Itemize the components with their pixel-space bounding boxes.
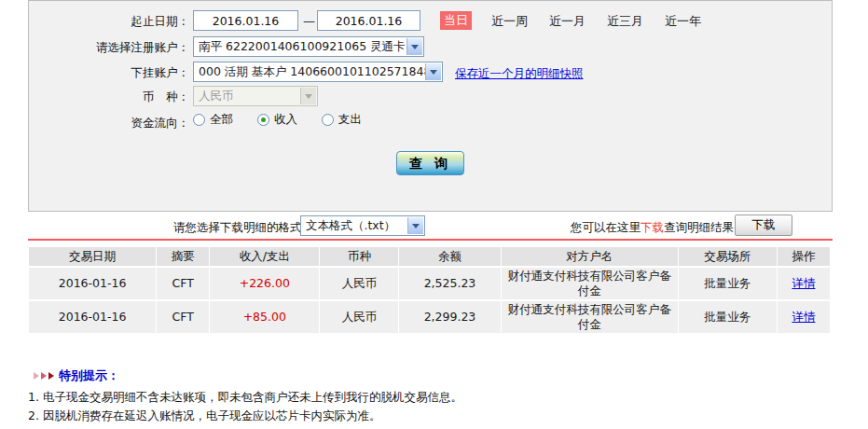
cell-summary: CFT: [157, 268, 209, 299]
cell-summary: CFT: [157, 301, 209, 333]
sub-account-value: 000 活期 基本户 1406600101102571848: [199, 64, 431, 78]
download-hint-word[interactable]: 下载: [641, 220, 664, 234]
quick-range-month[interactable]: 近一月: [549, 13, 586, 30]
radio-icon[interactable]: [193, 114, 205, 126]
notes-title: 特别提示：: [59, 367, 119, 384]
cell-venue: 批量业务: [679, 268, 777, 299]
radio-expense[interactable]: 支出: [322, 112, 362, 128]
query-button[interactable]: 查 询: [396, 151, 464, 175]
end-date-input[interactable]: [317, 10, 420, 31]
download-hint: 您可以在这里下载查询明细结果: [571, 220, 734, 236]
col-header-action: 操作: [778, 247, 830, 266]
red-separator-line: [28, 239, 833, 241]
register-account-select[interactable]: 南平 6222001406100921065 灵通卡: [193, 36, 424, 57]
download-hint-prefix: 您可以在这里: [571, 220, 641, 234]
transaction-detail-page: 起止日期： — 当日 近一周 近一月 近三月 近一年 请选择注册账户： 南平 6…: [0, 0, 868, 429]
note-item-2: 2. 因脱机消费存在延迟入账情况，电子现金应以芯片卡内实际为准。: [28, 408, 380, 424]
radio-checked-icon[interactable]: [257, 114, 269, 126]
cell-currency: 人民币: [320, 301, 398, 333]
radio-expense-label: 支出: [338, 112, 362, 128]
table-header-row: 交易日期 摘要 收入/支出 币种 余额 对方户名 交易场所 操作: [29, 247, 830, 266]
cell-amount: +85.00: [210, 301, 319, 333]
sub-account-label: 下挂账户：: [28, 65, 189, 81]
radio-all[interactable]: 全部: [193, 112, 233, 128]
date-range-separator: —: [303, 14, 315, 28]
download-button[interactable]: 下载: [735, 214, 792, 236]
radio-icon[interactable]: [322, 114, 334, 126]
radio-all-label: 全部: [210, 112, 233, 128]
start-date-input[interactable]: [193, 10, 298, 31]
register-account-label: 请选择注册账户：: [28, 40, 189, 56]
note-item-1: 1. 电子现金交易明细不含未达账项，即未包含商户还未上传到我行的脱机交易信息。: [28, 390, 462, 406]
date-range-label: 起止日期：: [28, 14, 189, 30]
col-header-currency: 币种: [320, 247, 398, 266]
cell-date: 2016-01-16: [29, 268, 156, 299]
quick-range-year[interactable]: 近一年: [665, 13, 701, 30]
quick-range-quarter[interactable]: 近三月: [607, 13, 643, 30]
quick-range-week[interactable]: 近一周: [491, 13, 528, 30]
chevron-down-icon[interactable]: [406, 38, 422, 55]
cell-date: 2016-01-16: [29, 301, 156, 333]
currency-select: 人民币: [193, 86, 318, 106]
cell-counterparty: 财付通支付科技有限公司客户备付金: [502, 301, 678, 333]
transaction-table: 交易日期 摘要 收入/支出 币种 余额 对方户名 交易场所 操作 2016-01…: [28, 245, 831, 335]
chevron-down-icon[interactable]: [407, 217, 423, 234]
download-hint-suffix: 查询明细结果: [664, 220, 734, 234]
query-form-panel: [28, 0, 833, 212]
cell-counterparty: 财付通支付科技有限公司客户备付金: [502, 268, 678, 299]
download-format-value: 文本格式（.txt）: [306, 218, 395, 232]
fund-direction-group: 全部 收入 支出: [193, 112, 386, 128]
cell-balance: 2,299.23: [399, 301, 500, 333]
note-arrows-icon: [34, 372, 56, 380]
col-header-amount: 收入/支出: [210, 247, 319, 266]
cell-amount: +226.00: [210, 268, 319, 299]
radio-income[interactable]: 收入: [257, 112, 297, 128]
cell-venue: 批量业务: [679, 301, 777, 333]
table-row: 2016-01-16 CFT +85.00 人民币 2,299.23 财付通支付…: [29, 301, 830, 333]
save-snapshot-link[interactable]: 保存近一个月的明细快照: [455, 66, 584, 82]
currency-value: 人民币: [199, 89, 234, 103]
cell-balance: 2,525.23: [399, 268, 500, 299]
table-row: 2016-01-16 CFT +226.00 人民币 2,525.23 财付通支…: [29, 268, 830, 299]
download-format-select[interactable]: 文本格式（.txt）: [300, 215, 425, 236]
col-header-balance: 余额: [399, 247, 500, 266]
download-format-label: 请您选择下载明细的格式: [173, 220, 302, 236]
currency-label: 币 种：: [28, 90, 189, 105]
sub-account-select[interactable]: 000 活期 基本户 1406600101102571848: [193, 62, 443, 82]
detail-link[interactable]: 详情: [792, 310, 815, 324]
fund-direction-label: 资金流向：: [28, 116, 189, 131]
col-header-venue: 交易场所: [679, 247, 777, 266]
col-header-counterparty: 对方户名: [502, 247, 678, 266]
quick-range-today[interactable]: 当日: [440, 11, 472, 30]
col-header-date: 交易日期: [29, 247, 156, 266]
register-account-value: 南平 6222001406100921065 灵通卡: [199, 39, 406, 53]
chevron-down-icon[interactable]: [425, 63, 441, 80]
chevron-down-icon: [300, 88, 316, 104]
cell-currency: 人民币: [320, 268, 398, 299]
col-header-summary: 摘要: [157, 247, 209, 266]
radio-income-label: 收入: [274, 112, 297, 128]
detail-link[interactable]: 详情: [792, 276, 815, 290]
